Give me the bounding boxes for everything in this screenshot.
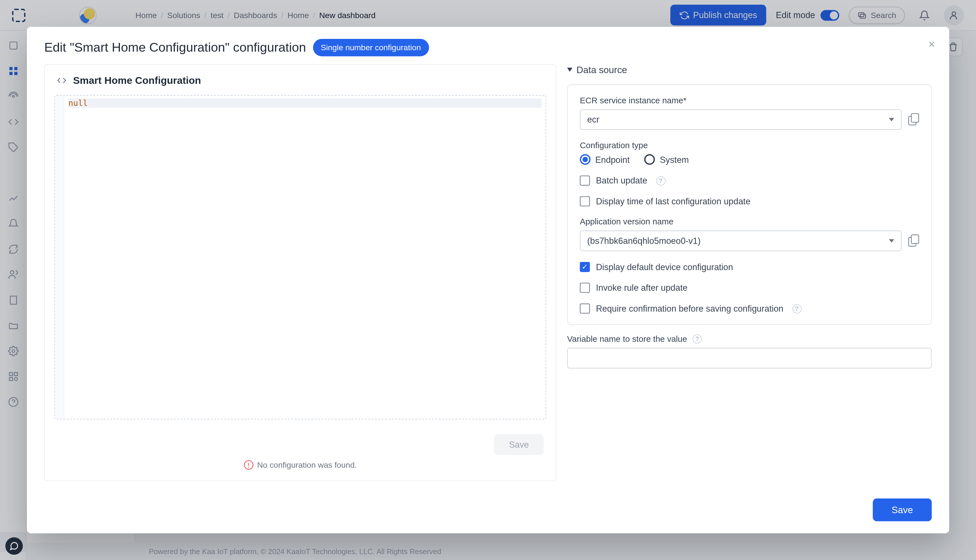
- data-source-form: ECR service instance name* ecr Configura…: [567, 84, 932, 325]
- batch-update-checkbox[interactable]: Batch update ?: [580, 175, 919, 186]
- radio-endpoint[interactable]: Endpoint: [580, 154, 629, 165]
- modal-title: Edit "Smart Home Configuration" configur…: [44, 40, 306, 55]
- variable-name-label: Variable name to store the value ?: [567, 334, 932, 343]
- checkbox-unchecked-icon: [580, 175, 590, 186]
- caret-down-icon: [889, 239, 894, 242]
- ecr-select-value: ecr: [587, 115, 599, 125]
- error-message-row: ! No configuration was found.: [244, 460, 357, 470]
- variable-name-input[interactable]: [567, 348, 932, 368]
- config-panel-title: Smart Home Configuration: [73, 74, 201, 85]
- code-icon: [57, 75, 67, 85]
- batch-update-label: Batch update: [596, 175, 647, 186]
- config-editor-panel: Smart Home Configuration null Save ! No …: [44, 64, 556, 481]
- modal-save-button[interactable]: Save: [873, 498, 932, 521]
- require-confirm-checkbox[interactable]: Require confirmation before saving confi…: [580, 303, 919, 313]
- display-time-checkbox[interactable]: Display time of last configuration updat…: [580, 196, 919, 206]
- radio-endpoint-label: Endpoint: [595, 154, 630, 165]
- data-source-header: Data source: [576, 64, 627, 75]
- checkbox-unchecked-icon: [580, 303, 590, 313]
- display-time-label: Display time of last configuration updat…: [596, 196, 750, 206]
- widget-type-badge: Single number configuration: [313, 39, 429, 57]
- app-version-label: Application version name: [580, 217, 919, 227]
- help-icon[interactable]: ?: [792, 304, 801, 313]
- radio-checked-icon: [580, 154, 591, 165]
- chat-support-icon[interactable]: [5, 537, 23, 555]
- edit-config-modal: × Edit "Smart Home Configuration" config…: [27, 27, 949, 533]
- radio-unchecked-icon: [644, 154, 655, 165]
- display-default-label: Display default device configuration: [596, 262, 733, 272]
- radio-system-label: System: [660, 154, 689, 165]
- checkbox-unchecked-icon: [580, 196, 590, 206]
- json-editor[interactable]: null: [54, 95, 546, 420]
- config-type-label: Configuration type: [580, 140, 919, 150]
- display-default-checkbox[interactable]: ✓ Display default device configuration: [580, 262, 919, 272]
- checkbox-checked-icon: ✓: [580, 262, 590, 272]
- help-icon[interactable]: ?: [656, 176, 666, 185]
- ecr-label: ECR service instance name*: [580, 96, 919, 105]
- help-icon[interactable]: ?: [692, 334, 702, 343]
- chevron-down-icon: [567, 68, 572, 72]
- invoke-rule-checkbox[interactable]: Invoke rule after update: [580, 283, 919, 293]
- editor-save-button[interactable]: Save: [494, 434, 544, 455]
- data-source-panel: Data source ECR service instance name* e…: [567, 64, 932, 481]
- copy-icon[interactable]: [908, 235, 919, 246]
- error-icon: !: [244, 460, 253, 470]
- code-value: null: [68, 98, 88, 108]
- close-icon[interactable]: ×: [924, 36, 940, 52]
- app-version-value: (bs7hbk6an6qhlo5moeo0-v1): [587, 236, 701, 246]
- require-confirm-label: Require confirmation before saving confi…: [596, 303, 783, 313]
- copy-icon[interactable]: [908, 114, 919, 125]
- checkbox-unchecked-icon: [580, 283, 590, 293]
- app-version-select[interactable]: (bs7hbk6an6qhlo5moeo0-v1): [580, 231, 901, 252]
- caret-down-icon: [889, 118, 894, 122]
- editor-gutter: [55, 96, 64, 418]
- invoke-rule-label: Invoke rule after update: [596, 283, 687, 293]
- ecr-select[interactable]: ecr: [580, 109, 901, 130]
- error-message: No configuration was found.: [257, 460, 357, 470]
- radio-system[interactable]: System: [644, 154, 689, 165]
- data-source-section-toggle[interactable]: Data source: [567, 64, 932, 75]
